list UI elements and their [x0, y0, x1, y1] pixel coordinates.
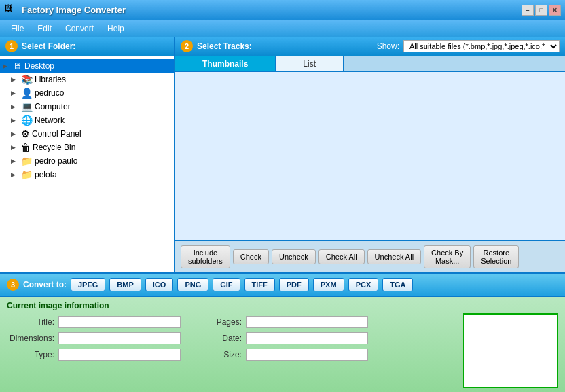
title-bar: 🖼 Factory Image Converter – □ ✕ — [0, 0, 565, 20]
format-gif-button[interactable]: GIF — [213, 278, 240, 291]
format-tga-button[interactable]: TGA — [382, 278, 413, 291]
tree-item-recycle-bin[interactable]: ▶ 🗑 Recycle Bin — [0, 141, 174, 154]
dimensions-input[interactable] — [58, 332, 181, 344]
maximize-button[interactable]: □ — [535, 5, 547, 16]
size-input[interactable] — [246, 349, 368, 361]
panel-num-2: 2 — [181, 40, 193, 52]
format-bmp-button[interactable]: BMP — [109, 278, 141, 291]
menu-help[interactable]: Help — [102, 22, 130, 35]
title-bar-buttons: – □ ✕ — [522, 5, 561, 16]
tree-item-network[interactable]: ▶ 🌐 Network — [0, 113, 174, 127]
select-tracks-label: Select Tracks: — [197, 41, 252, 51]
app-title: Factory Image Converter — [22, 5, 126, 15]
size-field-label: Size: — [194, 350, 242, 359]
tree-item-desktop[interactable]: ▶ 🖥 Desktop — [0, 59, 174, 73]
track-buttons: Include subfolders Check Uncheck Check A… — [175, 240, 565, 272]
format-tiff-button[interactable]: TIFF — [244, 278, 275, 291]
info-fields: Title: Dimensions: Type: Pages: — [7, 316, 456, 388]
tree-item-computer[interactable]: ▶ 💻 Computer — [0, 100, 174, 113]
network-icon: 🌐 — [21, 115, 33, 126]
image-info-section: Current image information Title: Dimensi… — [0, 297, 565, 392]
uncheck-all-button[interactable]: Uncheck All — [367, 249, 421, 264]
arrow-icon: ▶ — [11, 103, 19, 110]
format-pcx-button[interactable]: PCX — [348, 278, 379, 291]
folder-icon: 📁 — [21, 156, 33, 166]
date-field-label: Date: — [194, 334, 242, 343]
arrow-icon: ▶ — [11, 171, 19, 178]
tabs-bar: Thumbnails List — [175, 56, 565, 72]
check-button[interactable]: Check — [233, 249, 269, 264]
tree-label-libraries: Libraries — [35, 75, 66, 84]
arrow-icon: ▶ — [11, 144, 19, 151]
format-ico-button[interactable]: ICO — [145, 278, 174, 291]
format-pxm-button[interactable]: PXM — [313, 278, 344, 291]
title-row: Title: — [7, 316, 181, 328]
uncheck-button[interactable]: Uncheck — [272, 249, 316, 264]
tree-item-libraries[interactable]: ▶ 📚 Libraries — [0, 73, 174, 86]
check-all-button[interactable]: Check All — [318, 249, 365, 264]
convert-to-label: Convert to: — [23, 280, 67, 289]
folder-tree[interactable]: ▶ 🖥 Desktop ▶ 📚 Libraries ▶ 👤 pedruco — [0, 56, 174, 272]
computer-icon: 💻 — [21, 101, 33, 112]
show-label: Show: — [377, 41, 399, 51]
arrow-icon: ▶ — [11, 158, 19, 164]
title-bar-left: 🖼 Factory Image Converter — [4, 3, 126, 17]
arrow-icon: ▶ — [11, 117, 19, 124]
menu-edit[interactable]: Edit — [32, 22, 57, 35]
type-row: Type: — [7, 349, 181, 361]
recycle-bin-icon: 🗑 — [21, 142, 31, 153]
tree-label-desktop: Desktop — [24, 61, 54, 71]
format-png-button[interactable]: PNG — [177, 278, 208, 291]
restore-selection-button[interactable]: Restore Selection — [473, 245, 519, 268]
image-preview — [463, 313, 558, 388]
check-by-mask-button[interactable]: Check By Mask... — [424, 245, 471, 268]
tree-label-network: Network — [35, 115, 65, 125]
pages-row: Pages: — [194, 316, 368, 328]
tree-label-recycle-bin: Recycle Bin — [33, 143, 75, 152]
libraries-icon: 📚 — [21, 74, 33, 85]
panels-row: 1 Select Folder: ▶ 🖥 Desktop ▶ 📚 Librari… — [0, 37, 565, 274]
panel-num-3: 3 — [7, 279, 19, 291]
include-subfolders-button[interactable]: Include subfolders — [181, 245, 230, 268]
tree-item-pedro-paulo[interactable]: ▶ 📁 pedro paulo — [0, 154, 174, 168]
arrow-icon: ▶ — [3, 63, 11, 69]
dimensions-row: Dimensions: — [7, 332, 181, 344]
user-icon: 👤 — [21, 88, 33, 99]
tree-item-pedruco[interactable]: ▶ 👤 pedruco — [0, 86, 174, 100]
dimensions-field-label: Dimensions: — [7, 334, 54, 343]
menu-bar: File Edit Convert Help — [0, 20, 565, 37]
show-dropdown[interactable]: All suitable files (*.bmp,*.jpg,*.jpeg,*… — [403, 40, 560, 52]
type-input[interactable] — [58, 349, 181, 361]
select-tracks-header: 2 Select Tracks: Show: All suitable file… — [175, 37, 565, 56]
info-section-title: Current image information — [7, 301, 558, 310]
type-field-label: Type: — [7, 350, 54, 359]
size-row: Size: — [194, 349, 368, 361]
desktop-icon: 🖥 — [13, 60, 22, 71]
app-icon: 🖼 — [4, 3, 18, 17]
minimize-button[interactable]: – — [522, 5, 534, 16]
select-folder-header: 1 Select Folder: — [0, 37, 174, 56]
arrow-icon: ▶ — [11, 76, 19, 83]
panel-num-1: 1 — [5, 40, 18, 52]
tab-list[interactable]: List — [276, 56, 344, 71]
date-input[interactable] — [246, 332, 368, 344]
tree-item-control-panel[interactable]: ▶ ⚙ Control Panel — [0, 127, 174, 141]
menu-file[interactable]: File — [5, 22, 29, 35]
close-button[interactable]: ✕ — [549, 5, 561, 16]
pages-input[interactable] — [246, 316, 368, 328]
folder-icon-2: 📁 — [21, 169, 33, 180]
tree-label-pedruco: pedruco — [35, 88, 64, 98]
tree-item-pelota[interactable]: ▶ 📁 pelota — [0, 168, 174, 181]
info-fields-left: Title: Dimensions: Type: — [7, 316, 181, 388]
control-panel-icon: ⚙ — [21, 128, 30, 139]
tab-thumbnails[interactable]: Thumbnails — [175, 56, 276, 71]
info-fields-right: Pages: Date: Size: — [194, 316, 368, 388]
select-folder-label: Select Folder: — [22, 41, 75, 51]
title-input[interactable] — [58, 316, 181, 328]
format-jpeg-button[interactable]: JPEG — [71, 278, 105, 291]
format-pdf-button[interactable]: PDF — [279, 278, 309, 291]
track-content — [175, 72, 565, 240]
arrow-icon: ▶ — [11, 130, 19, 137]
menu-convert[interactable]: Convert — [60, 22, 99, 35]
right-panel: 2 Select Tracks: Show: All suitable file… — [175, 37, 565, 272]
